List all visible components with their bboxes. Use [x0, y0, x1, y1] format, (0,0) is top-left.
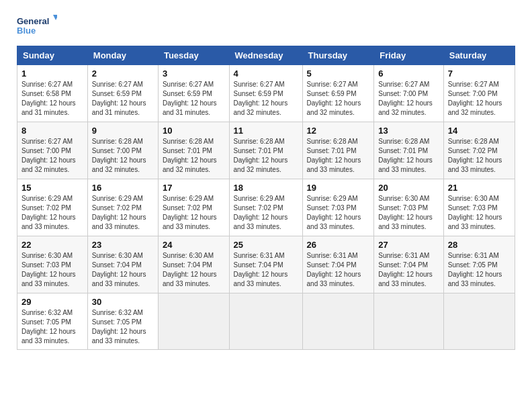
day-number: 13	[378, 126, 439, 136]
calendar-table: SundayMondayTuesdayWednesdayThursdayFrid…	[17, 46, 515, 350]
day-number: 19	[307, 183, 370, 193]
day-number: 11	[234, 126, 298, 136]
day-cell: 27 Sunrise: 6:31 AM Sunset: 7:04 PM Dayl…	[374, 236, 443, 293]
day-number: 18	[234, 183, 298, 193]
svg-text:Blue: Blue	[17, 26, 36, 36]
day-cell: 19 Sunrise: 6:29 AM Sunset: 7:03 PM Dayl…	[302, 179, 374, 236]
day-header-friday: Friday	[374, 46, 443, 65]
day-header-saturday: Saturday	[443, 46, 515, 65]
day-number: 14	[448, 126, 511, 136]
day-info: Sunrise: 6:30 AM Sunset: 7:03 PM Dayligh…	[448, 194, 511, 232]
day-cell: 21 Sunrise: 6:30 AM Sunset: 7:03 PM Dayl…	[443, 179, 515, 236]
day-headers-row: SundayMondayTuesdayWednesdayThursdayFrid…	[17, 46, 515, 65]
day-info: Sunrise: 6:29 AM Sunset: 7:02 PM Dayligh…	[163, 194, 225, 232]
day-number: 17	[163, 183, 225, 193]
day-info: Sunrise: 6:32 AM Sunset: 7:05 PM Dayligh…	[21, 308, 83, 346]
day-info: Sunrise: 6:27 AM Sunset: 6:59 PM Dayligh…	[163, 80, 225, 118]
day-number: 24	[163, 240, 225, 250]
week-row-2: 8 Sunrise: 6:27 AM Sunset: 7:00 PM Dayli…	[17, 122, 515, 179]
day-cell: 3 Sunrise: 6:27 AM Sunset: 6:59 PM Dayli…	[158, 65, 229, 122]
day-cell: 5 Sunrise: 6:27 AM Sunset: 6:59 PM Dayli…	[302, 65, 374, 122]
day-header-sunday: Sunday	[17, 46, 88, 65]
day-info: Sunrise: 6:27 AM Sunset: 7:00 PM Dayligh…	[21, 137, 83, 175]
day-cell	[374, 293, 443, 350]
day-number: 7	[448, 68, 511, 79]
day-number: 6	[378, 68, 439, 79]
day-number: 25	[234, 240, 298, 250]
day-cell: 28 Sunrise: 6:31 AM Sunset: 7:05 PM Dayl…	[443, 236, 515, 293]
day-cell: 30 Sunrise: 6:32 AM Sunset: 7:05 PM Dayl…	[87, 293, 158, 350]
day-info: Sunrise: 6:29 AM Sunset: 7:02 PM Dayligh…	[234, 194, 298, 232]
day-number: 21	[448, 183, 511, 193]
day-cell	[443, 293, 515, 350]
day-number: 1	[21, 68, 83, 79]
day-info: Sunrise: 6:28 AM Sunset: 7:01 PM Dayligh…	[307, 137, 370, 175]
day-number: 15	[21, 183, 83, 193]
day-cell: 24 Sunrise: 6:30 AM Sunset: 7:04 PM Dayl…	[158, 236, 229, 293]
day-info: Sunrise: 6:27 AM Sunset: 6:59 PM Dayligh…	[92, 80, 154, 118]
day-number: 2	[92, 68, 154, 79]
day-info: Sunrise: 6:27 AM Sunset: 6:59 PM Dayligh…	[234, 80, 298, 118]
day-cell: 13 Sunrise: 6:28 AM Sunset: 7:01 PM Dayl…	[374, 122, 443, 179]
svg-text:General: General	[17, 16, 49, 26]
day-cell: 15 Sunrise: 6:29 AM Sunset: 7:02 PM Dayl…	[17, 179, 88, 236]
day-info: Sunrise: 6:28 AM Sunset: 7:01 PM Dayligh…	[234, 137, 298, 175]
day-info: Sunrise: 6:29 AM Sunset: 7:02 PM Dayligh…	[21, 194, 83, 232]
day-info: Sunrise: 6:30 AM Sunset: 7:03 PM Dayligh…	[21, 251, 83, 289]
day-info: Sunrise: 6:28 AM Sunset: 7:00 PM Dayligh…	[92, 137, 154, 175]
day-cell: 17 Sunrise: 6:29 AM Sunset: 7:02 PM Dayl…	[158, 179, 229, 236]
day-number: 10	[163, 126, 225, 136]
day-cell: 23 Sunrise: 6:30 AM Sunset: 7:04 PM Dayl…	[87, 236, 158, 293]
day-info: Sunrise: 6:32 AM Sunset: 7:05 PM Dayligh…	[92, 308, 154, 346]
day-number: 16	[92, 183, 154, 193]
day-cell: 20 Sunrise: 6:30 AM Sunset: 7:03 PM Dayl…	[374, 179, 443, 236]
day-info: Sunrise: 6:29 AM Sunset: 7:03 PM Dayligh…	[307, 194, 370, 232]
day-number: 22	[21, 240, 83, 250]
day-cell	[302, 293, 374, 350]
day-info: Sunrise: 6:31 AM Sunset: 7:04 PM Dayligh…	[378, 251, 439, 289]
day-cell	[229, 293, 302, 350]
day-number: 23	[92, 240, 154, 250]
week-row-3: 15 Sunrise: 6:29 AM Sunset: 7:02 PM Dayl…	[17, 179, 515, 236]
day-cell: 16 Sunrise: 6:29 AM Sunset: 7:02 PM Dayl…	[87, 179, 158, 236]
day-header-monday: Monday	[87, 46, 158, 65]
day-header-tuesday: Tuesday	[158, 46, 229, 65]
day-cell: 2 Sunrise: 6:27 AM Sunset: 6:59 PM Dayli…	[87, 65, 158, 122]
logo-svg: General Blue	[17, 13, 57, 38]
day-header-thursday: Thursday	[302, 46, 374, 65]
week-row-5: 29 Sunrise: 6:32 AM Sunset: 7:05 PM Dayl…	[17, 293, 515, 350]
day-info: Sunrise: 6:29 AM Sunset: 7:02 PM Dayligh…	[92, 194, 154, 232]
logo: General Blue	[17, 13, 57, 40]
day-info: Sunrise: 6:30 AM Sunset: 7:03 PM Dayligh…	[378, 194, 439, 232]
day-info: Sunrise: 6:31 AM Sunset: 7:04 PM Dayligh…	[307, 251, 370, 289]
week-row-4: 22 Sunrise: 6:30 AM Sunset: 7:03 PM Dayl…	[17, 236, 515, 293]
day-number: 29	[21, 297, 83, 307]
day-cell: 11 Sunrise: 6:28 AM Sunset: 7:01 PM Dayl…	[229, 122, 302, 179]
day-number: 27	[378, 240, 439, 250]
day-number: 26	[307, 240, 370, 250]
day-cell: 26 Sunrise: 6:31 AM Sunset: 7:04 PM Dayl…	[302, 236, 374, 293]
day-cell: 9 Sunrise: 6:28 AM Sunset: 7:00 PM Dayli…	[87, 122, 158, 179]
day-header-wednesday: Wednesday	[229, 46, 302, 65]
day-info: Sunrise: 6:30 AM Sunset: 7:04 PM Dayligh…	[92, 251, 154, 289]
day-info: Sunrise: 6:27 AM Sunset: 6:58 PM Dayligh…	[21, 80, 83, 118]
day-cell: 18 Sunrise: 6:29 AM Sunset: 7:02 PM Dayl…	[229, 179, 302, 236]
day-info: Sunrise: 6:28 AM Sunset: 7:02 PM Dayligh…	[448, 137, 511, 175]
day-info: Sunrise: 6:30 AM Sunset: 7:04 PM Dayligh…	[163, 251, 225, 289]
day-info: Sunrise: 6:27 AM Sunset: 6:59 PM Dayligh…	[307, 80, 370, 118]
header-area: General Blue	[17, 13, 515, 40]
day-cell: 14 Sunrise: 6:28 AM Sunset: 7:02 PM Dayl…	[443, 122, 515, 179]
day-number: 3	[163, 68, 225, 79]
calendar-page: General Blue SundayMondayTuesdayWednesda…	[0, 0, 532, 411]
day-cell	[158, 293, 229, 350]
day-info: Sunrise: 6:27 AM Sunset: 7:00 PM Dayligh…	[448, 80, 511, 118]
day-cell: 4 Sunrise: 6:27 AM Sunset: 6:59 PM Dayli…	[229, 65, 302, 122]
week-row-1: 1 Sunrise: 6:27 AM Sunset: 6:58 PM Dayli…	[17, 65, 515, 122]
day-cell: 10 Sunrise: 6:28 AM Sunset: 7:01 PM Dayl…	[158, 122, 229, 179]
day-number: 4	[234, 68, 298, 79]
day-info: Sunrise: 6:28 AM Sunset: 7:01 PM Dayligh…	[378, 137, 439, 175]
day-number: 8	[21, 126, 83, 136]
svg-marker-2	[53, 15, 57, 20]
day-number: 9	[92, 126, 154, 136]
day-cell: 1 Sunrise: 6:27 AM Sunset: 6:58 PM Dayli…	[17, 65, 88, 122]
